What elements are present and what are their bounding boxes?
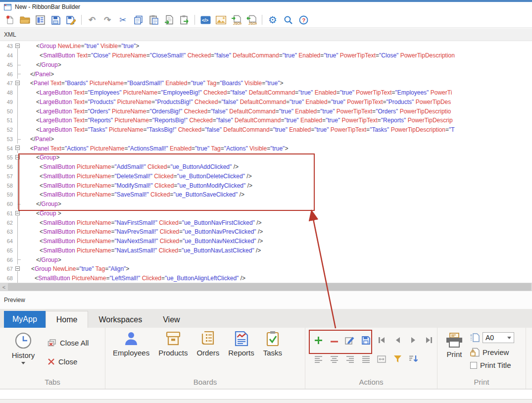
align-center-button[interactable] — [330, 355, 339, 365]
align-justify-button[interactable] — [362, 355, 370, 365]
code-line[interactable]: 51 <LargeButton Text="Reports" PictureNa… — [0, 116, 532, 125]
align-right-button[interactable] — [346, 355, 354, 365]
nav-last-button[interactable] — [425, 336, 433, 346]
code-text: <SmallButton PictureName="LeftSmall!" Cl… — [23, 275, 532, 282]
tab-view[interactable]: View — [152, 311, 190, 328]
fold-marker[interactable] — [13, 227, 23, 237]
code-line[interactable]: 48 <LargeButton Text="Employees" Picture… — [0, 88, 532, 98]
code-line[interactable]: 66 </Group> — [0, 255, 532, 264]
json-export-icon[interactable]: JSON — [245, 14, 257, 26]
settings-icon[interactable]: ⚙ — [267, 14, 279, 26]
fold-marker[interactable] — [13, 246, 23, 255]
app-menu-button[interactable]: MyApp — [4, 311, 46, 328]
export-clipboard-icon[interactable] — [178, 14, 190, 26]
code-line[interactable]: 44 <SmallButton Text="Close" PictureName… — [0, 51, 532, 60]
nav-first-button[interactable] — [378, 336, 386, 346]
group-label-actions: Actions — [305, 378, 437, 386]
sort-button[interactable] — [409, 355, 418, 365]
column-width-button[interactable] — [377, 355, 386, 365]
reports-button[interactable]: Reports — [224, 331, 259, 357]
code-line[interactable]: 67 <Group NewLine="true" Tag="Align"> — [0, 264, 532, 274]
nav-next-button[interactable] — [410, 336, 417, 346]
fold-marker[interactable] — [13, 255, 23, 264]
fold-marker[interactable] — [13, 116, 23, 125]
close-button[interactable]: Close — [48, 357, 77, 366]
group-label-print: Print — [437, 378, 526, 386]
code-line[interactable]: 47 <Panel Text="Boards" PictureName="Boa… — [0, 79, 532, 88]
orders-button[interactable]: Orders — [192, 331, 224, 357]
align-left-button[interactable] — [314, 355, 323, 365]
history-button[interactable]: History — [8, 332, 39, 364]
undo-icon[interactable]: ↶ — [86, 14, 98, 26]
fold-marker[interactable] — [13, 98, 23, 107]
page-size-select[interactable]: A0 — [483, 332, 514, 343]
code-text: <LargeButton Text="Orders" PictureName="… — [23, 108, 532, 115]
save-as-icon[interactable] — [65, 14, 77, 26]
scrollbar-thumb[interactable] — [8, 283, 531, 291]
fold-marker[interactable] — [13, 274, 23, 283]
line-number: 60 — [0, 201, 13, 207]
code-line[interactable]: 49 <LargeButton Text="Products" PictureN… — [0, 98, 532, 107]
fold-marker[interactable] — [13, 218, 23, 227]
help-icon[interactable]: ? — [297, 14, 309, 26]
code-text: <Panel Text="Boards" PictureName="BoardS… — [23, 80, 532, 87]
print-preview-button[interactable]: Preview — [470, 348, 509, 357]
code-line[interactable]: 65 <SmallButton PictureName="NavLastSmal… — [0, 246, 532, 255]
print-title-checkbox[interactable] — [470, 362, 477, 369]
fold-marker[interactable] — [13, 135, 23, 144]
code-line[interactable]: 63 <SmallButton PictureName="NavPrevSmal… — [0, 227, 532, 237]
fold-marker[interactable] — [13, 60, 23, 70]
fold-marker[interactable] — [13, 51, 23, 60]
fold-marker[interactable] — [13, 69, 23, 79]
horizontal-scrollbar[interactable]: < — [0, 283, 532, 291]
code-view-icon[interactable]: </> — [199, 14, 211, 26]
image-icon[interactable] — [215, 14, 227, 26]
redo-icon[interactable]: ↷ — [101, 14, 113, 26]
code-line[interactable]: 68 <SmallButton PictureName="LeftSmall!"… — [0, 274, 532, 283]
group-label-boards: Boards — [105, 378, 305, 386]
code-line[interactable]: 43 <Group NewLine="true" Visible="true"> — [0, 42, 532, 51]
line-number: 46 — [0, 71, 13, 77]
tab-home[interactable]: Home — [46, 311, 89, 328]
products-button[interactable]: Products — [154, 331, 192, 357]
fold-marker[interactable] — [13, 144, 23, 153]
import-file-icon[interactable] — [163, 14, 175, 26]
form-view-icon[interactable] — [34, 14, 46, 26]
search-icon[interactable] — [282, 14, 294, 26]
scroll-left-icon[interactable]: < — [0, 284, 8, 290]
code-line[interactable]: 45 </Group> — [0, 60, 532, 70]
copy-icon[interactable] — [132, 14, 144, 26]
nav-prev-button[interactable] — [394, 336, 401, 346]
code-line[interactable]: 50 <LargeButton Text="Orders" PictureNam… — [0, 106, 532, 116]
print-button[interactable]: Print — [442, 333, 466, 358]
open-folder-icon[interactable] — [19, 14, 31, 26]
code-line[interactable]: 62 <SmallButton PictureName="NavFirstSma… — [0, 218, 532, 227]
xml-panel-title: XML — [4, 31, 16, 38]
titlebar: New - RibbonBar Builder — [0, 2, 532, 12]
code-line[interactable]: 52 <LargeButton Text="Tasks" PictureName… — [0, 125, 532, 135]
fold-marker[interactable] — [13, 237, 23, 246]
fold-marker[interactable] — [13, 106, 23, 116]
close-all-button[interactable]: Close All — [48, 339, 89, 347]
save-icon[interactable] — [49, 14, 61, 26]
tab-workspaces[interactable]: Workspaces — [88, 311, 152, 328]
code-line[interactable]: 64 <SmallButton PictureName="NavNextSmal… — [0, 237, 532, 246]
employees-button[interactable]: Employees — [108, 331, 154, 357]
fold-marker[interactable] — [13, 125, 23, 135]
json-import-icon[interactable]: JSON — [230, 14, 242, 26]
cut-icon[interactable]: ✂ — [117, 14, 129, 26]
code-line[interactable]: 53 </Panel> — [0, 135, 532, 144]
code-line[interactable]: 46 </Panel> — [0, 69, 532, 79]
fold-marker[interactable] — [13, 42, 23, 51]
tasks-button[interactable]: Tasks — [259, 331, 287, 357]
fold-marker[interactable] — [13, 79, 23, 88]
fold-marker[interactable] — [13, 88, 23, 98]
fold-marker[interactable] — [13, 264, 23, 274]
paste-icon[interactable] — [147, 14, 159, 26]
line-number: 45 — [0, 62, 13, 68]
code-line[interactable]: 54 <Panel Text="Actions" PictureName="Ac… — [0, 144, 532, 153]
filter-button[interactable] — [393, 355, 402, 365]
line-number: 49 — [0, 99, 13, 105]
new-file-icon[interactable]: ✱ — [3, 14, 15, 26]
actions-highlight-rectangle — [309, 330, 372, 354]
